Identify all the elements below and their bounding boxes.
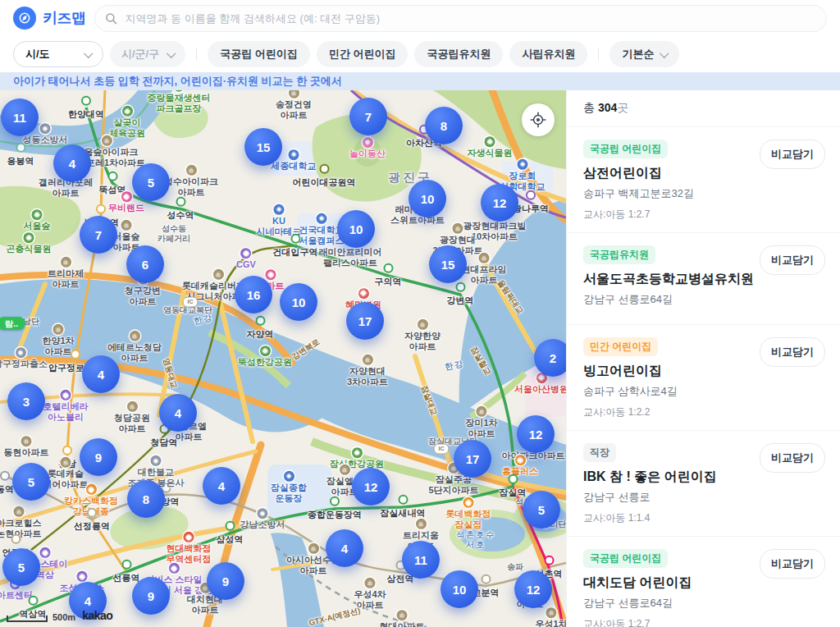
- compare-add-button[interactable]: 비교담기: [760, 140, 825, 169]
- school-icon: ✦: [317, 213, 327, 224]
- apt-icon: ⌂: [53, 324, 64, 335]
- map-cluster-marker[interactable]: 7: [349, 98, 387, 135]
- results-panel[interactable]: 총 304곳 국공립 어린이집삼전어린이집송파구 백제고분로32길교사:아동 1…: [566, 90, 840, 627]
- shopO-icon: ◆: [515, 455, 526, 465]
- map-cluster-marker[interactable]: 9: [207, 562, 244, 600]
- map-cluster-marker[interactable]: 4: [326, 529, 363, 567]
- map-cluster-marker[interactable]: 12: [517, 415, 555, 453]
- promo-banner-text: 아이가 태어나서 초등 입학 전까지, 어린이집·유치원 비교는 한 곳에서: [13, 75, 342, 87]
- purple-icon: ◆: [40, 547, 51, 558]
- map-label: 잠실새내역: [381, 495, 426, 518]
- chevron-down-icon: [167, 49, 176, 58]
- map-cluster-marker[interactable]: 12: [352, 468, 390, 506]
- map-cluster-marker[interactable]: 8: [425, 107, 463, 144]
- search-bar[interactable]: [94, 5, 828, 32]
- map-cluster-marker[interactable]: 6: [126, 245, 164, 283]
- category-filter-pill-1[interactable]: 민간 어린이집: [317, 41, 409, 67]
- map-canvas[interactable]: 한양대역♣살곶이체육공원♣중랑물재생센터파크골프장⌂송정건영아파트●성동소방서응…: [0, 90, 566, 627]
- facility-card[interactable]: 직장IBK 참 ! 좋은 어린이집강남구 선릉로교사:아동 1:1.4비교담기: [567, 431, 840, 537]
- map-cluster-marker[interactable]: 4: [159, 394, 197, 432]
- app-logo-text: 키즈맵: [43, 8, 86, 28]
- map-cluster-marker[interactable]: 10: [409, 180, 446, 217]
- map-cluster-marker[interactable]: 12: [481, 184, 518, 222]
- map-label: 자양역: [247, 316, 274, 339]
- search-input[interactable]: [124, 11, 817, 25]
- apt-icon: ⌂: [21, 436, 32, 446]
- station-icon: [28, 596, 38, 606]
- chevron-down-icon: [660, 49, 669, 58]
- kakao-logo: kakao: [82, 609, 112, 622]
- station-icon: [81, 96, 91, 106]
- sort-select[interactable]: 기본순: [609, 41, 679, 67]
- map-cluster-marker[interactable]: 10: [337, 210, 375, 248]
- apt-icon: ⌂: [365, 578, 376, 588]
- facility-card[interactable]: 국공립 어린이집대치도담 어린이집강남구 선릉로64길교사:아동 1:2.7비교…: [567, 537, 840, 627]
- map-cluster-marker[interactable]: 12: [514, 570, 552, 608]
- map-label: ♣뚝섬한강공원: [238, 345, 292, 368]
- apt-icon: ⌂: [186, 165, 197, 176]
- map-label: ⌂에테르노청담아파트: [107, 330, 162, 363]
- map-cluster-marker[interactable]: 5: [132, 163, 170, 201]
- purple-icon: ◆: [169, 563, 180, 574]
- compare-add-button[interactable]: 비교담기: [760, 245, 825, 275]
- map-label: ◆호텔리베라아노블리: [43, 389, 89, 422]
- map-cluster-marker[interactable]: 4: [53, 144, 91, 182]
- map-cluster-marker[interactable]: 15: [244, 128, 282, 166]
- map-cluster-marker[interactable]: 5: [523, 491, 560, 529]
- category-filter-pill-2[interactable]: 국공립유치원: [414, 41, 503, 67]
- map-cluster-marker[interactable]: 5: [2, 548, 40, 586]
- map-cluster-marker[interactable]: 11: [1, 98, 39, 136]
- map-cluster-marker[interactable]: 10: [280, 283, 317, 321]
- shopR-icon: ◆: [184, 532, 194, 542]
- locate-button[interactable]: [522, 103, 555, 136]
- category-filter-pill-0[interactable]: 국공립 어린이집: [208, 41, 310, 67]
- map-cluster-marker[interactable]: 10: [441, 570, 478, 608]
- facility-card[interactable]: 국공립유치원서울도곡초등학교병설유치원강남구 선릉로64길비교담기: [567, 233, 840, 325]
- pink-icon: ♥: [363, 137, 373, 148]
- map-label: 남단: [23, 317, 39, 327]
- map-cluster-marker[interactable]: 7: [80, 216, 117, 254]
- map-cluster-marker[interactable]: 17: [454, 440, 491, 478]
- station-icon: [96, 204, 106, 214]
- facility-card[interactable]: 민간 어린이집빙고어린이집송파구 삼학사로4길교사:아동 1:2.2비교담기: [567, 325, 840, 431]
- promo-banner[interactable]: 아이가 태어나서 초등 입학 전까지, 어린이집·유치원 비교는 한 곳에서: [0, 72, 840, 90]
- map-cluster-marker[interactable]: 17: [346, 302, 384, 340]
- map-cluster-marker[interactable]: 9: [80, 438, 117, 476]
- app-logo[interactable]: 키즈맵: [13, 7, 86, 30]
- compare-add-button[interactable]: 비교담기: [760, 443, 825, 473]
- map-cluster-marker[interactable]: 3: [7, 382, 45, 420]
- map-cluster-marker[interactable]: 2: [534, 339, 566, 377]
- map-label: ⌂동현아파트: [4, 435, 49, 458]
- sido-select[interactable]: 시/도: [13, 41, 103, 67]
- map-label: ⌂현대아파트: [380, 609, 425, 627]
- sigungu-select[interactable]: 시/군/구: [110, 41, 185, 67]
- map-cluster-marker[interactable]: 4: [203, 467, 240, 505]
- map-cluster-marker[interactable]: 15: [429, 245, 467, 283]
- map-label: IC: [434, 444, 450, 455]
- apt-icon: ⌂: [308, 543, 319, 554]
- results-list: 국공립 어린이집삼전어린이집송파구 백제고분로32길교사:아동 1:2.7비교담…: [567, 127, 840, 627]
- facility-address: 송파구 삼학사로4길: [583, 384, 824, 399]
- category-filter-group: 국공립 어린이집민간 어린이집국공립유치원사립유치원: [208, 41, 587, 67]
- map-cluster-marker[interactable]: 11: [402, 541, 440, 579]
- facility-type-badge: 직장: [583, 443, 616, 462]
- map-cluster-marker[interactable]: 9: [132, 577, 170, 615]
- map-cluster-marker[interactable]: 16: [235, 276, 272, 314]
- school-icon: ✦: [518, 159, 528, 170]
- category-filter-pill-3[interactable]: 사립유치원: [509, 41, 587, 67]
- station-icon: [176, 197, 185, 207]
- facility-card[interactable]: 국공립 어린이집삼전어린이집송파구 백제고분로32길교사:아동 1:2.7비교담…: [567, 127, 840, 233]
- map-cluster-marker[interactable]: 8: [127, 480, 165, 518]
- scale-line: [7, 616, 48, 622]
- apt-icon: ⌂: [61, 257, 71, 268]
- compare-add-button[interactable]: 비교담기: [760, 337, 825, 367]
- apt-icon: ⌂: [102, 135, 112, 146]
- station-icon: [455, 282, 465, 292]
- map-label: ⌂송정건영아파트: [276, 90, 312, 120]
- map-cluster-marker[interactable]: 5: [12, 463, 50, 501]
- divider: [196, 48, 197, 61]
- map-cluster-marker[interactable]: 4: [82, 355, 120, 393]
- compare-add-button[interactable]: 비교담기: [760, 549, 825, 579]
- station-icon: [16, 143, 25, 153]
- park-icon: ♣: [32, 209, 43, 220]
